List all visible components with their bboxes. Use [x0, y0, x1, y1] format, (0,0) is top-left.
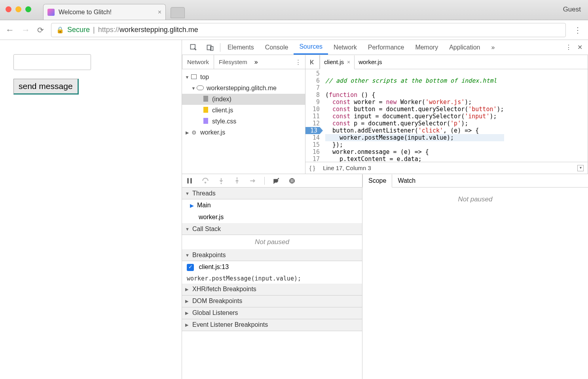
callstack-not-paused: Not paused — [182, 235, 362, 249]
send-message-button[interactable]: send message — [13, 79, 79, 95]
cloud-icon — [197, 85, 204, 90]
maximize-window-button[interactable] — [25, 6, 31, 12]
event-listener-breakpoints-header[interactable]: ▶Event Listener Breakpoints — [182, 319, 362, 331]
chevron-right-icon: ▶ — [185, 299, 191, 304]
chevron-down-icon: ▼ — [185, 253, 191, 258]
tree-domain[interactable]: ▼ workerstepping.glitch.me — [182, 83, 305, 94]
chevron-down-icon: ▼ — [191, 86, 196, 91]
svg-point-7 — [220, 183, 222, 184]
chrome-menu-button[interactable]: ⋮ — [573, 25, 582, 35]
deactivate-breakpoints-button[interactable] — [272, 176, 281, 185]
tree-label: style.css — [212, 118, 236, 125]
svg-rect-12 — [292, 179, 293, 182]
file-tree: ▼ top ▼ workerstepping.glitch.me (index) — [182, 69, 305, 140]
step-into-button — [217, 176, 226, 185]
chevron-right-icon: ▶ — [184, 130, 190, 135]
svg-point-6 — [205, 182, 207, 184]
lock-icon: 🔒 — [56, 26, 64, 34]
debugger-right-pane: Scope Watch Not paused — [362, 174, 588, 379]
breakpoint-checkbox[interactable]: ✓ — [187, 264, 194, 271]
close-icon[interactable]: × — [347, 59, 350, 65]
tab-sources[interactable]: Sources — [294, 40, 328, 55]
tree-worker[interactable]: ▶ ⚙ worker.js — [182, 127, 305, 138]
breakpoint-item[interactable]: ✓ client.js:13 — [182, 261, 362, 273]
coverage-icon[interactable]: ▾ — [577, 165, 584, 171]
tree-frame-top[interactable]: ▼ top — [182, 72, 305, 83]
close-window-button[interactable] — [6, 6, 11, 12]
tab-elements[interactable]: Elements — [222, 40, 260, 55]
tab-application[interactable]: Application — [444, 40, 486, 55]
callstack-header[interactable]: ▼Call Stack — [182, 223, 362, 235]
cursor-position: Line 17, Column 3 — [323, 165, 371, 171]
new-tab-button[interactable] — [171, 7, 185, 18]
close-tab-icon[interactable]: × — [158, 9, 161, 16]
tab-memory[interactable]: Memory — [410, 40, 444, 55]
back-button[interactable]: ← — [6, 25, 14, 35]
nav-tab-network[interactable]: Network — [182, 55, 214, 69]
pause-on-exceptions-button[interactable] — [288, 176, 296, 185]
tab-network[interactable]: Network — [328, 40, 362, 55]
tab-title: Welcome to Glitch! — [59, 9, 112, 16]
editor-tab-clientjs[interactable]: client.js × — [320, 55, 355, 69]
css-file-icon — [203, 118, 208, 124]
breakpoints-header[interactable]: ▼Breakpoints — [182, 249, 362, 261]
global-listeners-header[interactable]: ▶Global Listeners — [182, 307, 362, 319]
devtools-tabbar: Elements Console Sources Network Perform… — [182, 40, 588, 55]
pretty-print-icon[interactable]: { } — [309, 165, 315, 171]
forward-button: → — [21, 25, 30, 35]
editor-tab-workerjs[interactable]: worker.js — [355, 55, 386, 69]
tree-file-stylecss[interactable]: style.css — [182, 116, 305, 127]
svg-rect-5 — [190, 178, 192, 184]
tab-console[interactable]: Console — [260, 40, 294, 55]
document-icon — [203, 96, 208, 102]
current-thread-icon: ▶ — [190, 203, 194, 208]
chevron-right-icon: ▶ — [185, 287, 191, 292]
tree-label: worker.js — [200, 129, 225, 136]
url-separator: | — [93, 26, 95, 34]
tree-file-index[interactable]: (index) — [182, 94, 305, 105]
chevron-down-icon: ▼ — [185, 227, 191, 231]
js-file-icon — [203, 107, 208, 113]
message-input[interactable] — [13, 54, 91, 70]
svg-point-8 — [236, 177, 237, 178]
tabs-overflow-icon[interactable]: » — [486, 40, 500, 55]
tree-label: top — [200, 74, 209, 81]
favicon — [47, 9, 55, 16]
nav-tabs-more-icon[interactable]: » — [252, 59, 260, 66]
minimize-window-button[interactable] — [15, 6, 21, 12]
step-button — [248, 176, 257, 185]
scope-tab[interactable]: Scope — [362, 174, 392, 188]
collapse-navigator-icon[interactable] — [305, 55, 320, 69]
watch-tab[interactable]: Watch — [392, 174, 421, 187]
nav-tab-filesystem[interactable]: Filesystem — [214, 55, 252, 69]
threads-header[interactable]: ▼Threads — [182, 188, 362, 199]
code-body[interactable]: 56789101112 13 1415161718 // add other s… — [305, 69, 588, 162]
tree-file-clientjs[interactable]: client.js — [182, 105, 305, 116]
gear-icon: ⚙ — [190, 129, 198, 136]
xhr-breakpoints-header[interactable]: ▶XHR/fetch Breakpoints — [182, 284, 362, 296]
pause-button[interactable] — [185, 176, 194, 185]
device-toolbar-icon[interactable] — [205, 42, 215, 53]
debug-controls — [182, 174, 362, 188]
profile-label[interactable]: Guest — [563, 6, 581, 13]
reload-button[interactable]: ⟳ — [37, 25, 44, 35]
thread-main[interactable]: ▶Main — [182, 199, 362, 211]
thread-worker[interactable]: worker.js — [182, 211, 362, 223]
tab-performance[interactable]: Performance — [362, 40, 410, 55]
nav-options-icon[interactable]: ⋮ — [291, 59, 305, 66]
browser-tab[interactable]: Welcome to Glitch! × — [43, 4, 166, 20]
line-gutter[interactable]: 56789101112 13 1415161718 — [305, 69, 322, 162]
devtools-close-icon[interactable]: ✕ — [577, 44, 582, 51]
code-lines[interactable]: // add other scripts at the bottom of in… — [322, 69, 504, 162]
chevron-down-icon: ▼ — [184, 75, 190, 80]
breakpoint-label: client.js:13 — [199, 263, 229, 270]
traffic-lights — [6, 6, 31, 12]
dom-breakpoints-header[interactable]: ▶DOM Breakpoints — [182, 296, 362, 307]
address-bar[interactable]: 🔒 Secure | https://workerstepping.glitch… — [51, 23, 566, 37]
svg-rect-11 — [291, 179, 292, 182]
editor-status-bar: { } Line 17, Column 3 ▾ — [305, 162, 588, 174]
inspect-element-icon[interactable] — [188, 42, 199, 53]
devtools-menu-icon[interactable]: ⋮ — [565, 44, 572, 51]
step-over-button — [201, 176, 210, 185]
url-scheme: https:// — [98, 26, 119, 34]
